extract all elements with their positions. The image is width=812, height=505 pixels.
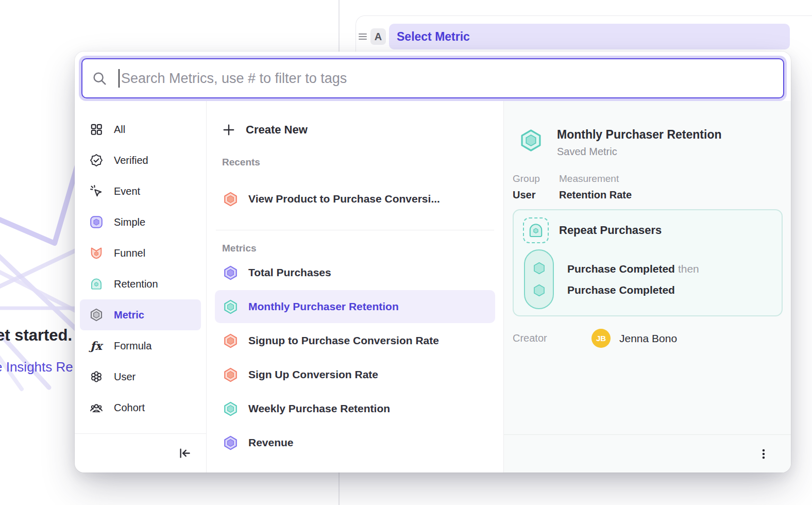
list-item-label: Sign Up Conversion Rate <box>248 368 378 381</box>
cohort-icon <box>89 401 103 415</box>
funnel-metric-icon <box>223 333 238 348</box>
event-hexagon-icon <box>532 283 546 297</box>
sidebar-item-label: Formula <box>114 340 151 352</box>
meta-value-group: User <box>513 189 559 201</box>
retention-metric-icon <box>223 299 238 314</box>
screen: et started. e Insights Re A Select Metri… <box>0 0 812 505</box>
metric-letter-badge[interactable]: A <box>370 28 386 45</box>
sidebar-footer <box>75 433 206 473</box>
detail-subtitle: Saved Metric <box>557 146 721 158</box>
event-hexagon-icon <box>532 261 546 275</box>
grid-icon <box>89 123 103 137</box>
create-new-button[interactable]: Create New <box>207 115 503 144</box>
search-focus-ring <box>79 56 787 101</box>
definition-card: Repeat Purchasers <box>513 209 783 316</box>
retention-metric-icon-large <box>519 129 543 152</box>
simple-metric-icon <box>223 265 238 280</box>
sidebar-item-funnel[interactable]: Funnel <box>80 238 201 268</box>
sidebar-item-label: User <box>114 371 136 383</box>
search-icon <box>92 71 107 86</box>
step-connector: then <box>678 263 699 275</box>
sidebar-item-label: Funnel <box>114 247 145 259</box>
funnel-metric-icon <box>223 192 238 207</box>
plus-icon <box>222 123 235 137</box>
simple-metric-icon <box>89 215 103 229</box>
event-sequence-capsule <box>524 249 554 309</box>
section-label-recents: Recents <box>222 157 488 170</box>
retention-definition-icon <box>523 217 549 243</box>
sidebar-item-cohort[interactable]: Cohort <box>80 392 201 423</box>
sidebar-item-event[interactable]: Event <box>80 176 201 207</box>
section-label-metrics: Metrics <box>222 243 488 256</box>
definition-step: Purchase Completedthen <box>567 263 699 275</box>
category-sidebar: All Verified <box>75 101 206 473</box>
search-input[interactable] <box>121 71 774 87</box>
formula-icon: ƒx <box>89 339 103 353</box>
list-item-label: Monthly Purchaser Retention <box>248 300 399 313</box>
creator-row: Creator JB Jenna Bono <box>513 329 791 348</box>
background-heading-fragment: et started. <box>0 326 72 345</box>
list-item-weekly-purchase-retention[interactable]: Weekly Purchase Retention <box>215 392 495 425</box>
sidebar-item-simple[interactable]: Simple <box>80 207 201 238</box>
user-cluster-icon <box>89 370 103 384</box>
metric-list-panel: Create New Recents View Product to Purch… <box>206 101 504 473</box>
select-metric-label: Select Metric <box>397 30 470 44</box>
list-item-label: Weekly Purchase Retention <box>248 402 390 415</box>
simple-metric-icon <box>223 435 238 450</box>
meta-label-measurement: Measurement <box>559 173 632 184</box>
select-metric-dropdown[interactable]: Select Metric <box>389 24 790 49</box>
list-item-revenue[interactable]: Revenue <box>215 426 495 459</box>
sidebar-item-label: Verified <box>114 155 148 166</box>
sidebar-item-label: Cohort <box>114 402 145 414</box>
retention-icon <box>89 277 103 291</box>
meta-label-group: Group <box>513 173 559 184</box>
sidebar-item-label: All <box>114 124 125 136</box>
sidebar-item-metric[interactable]: Metric <box>80 299 201 330</box>
creator-name: Jenna Bono <box>619 332 677 345</box>
funnel-icon <box>89 246 103 260</box>
sidebar-item-all[interactable]: All <box>80 114 201 145</box>
sidebar-item-label: Retention <box>114 278 158 290</box>
background-insights-link-fragment[interactable]: e Insights Re <box>0 359 73 375</box>
creator-avatar: JB <box>591 329 611 348</box>
sidebar-item-formula[interactable]: ƒx Formula <box>80 330 201 361</box>
definition-step: Purchase Completed <box>567 284 699 296</box>
drag-handle-icon[interactable] <box>357 31 368 42</box>
meta-value-measurement: Retention Rate <box>559 189 632 201</box>
list-item-label: Total Purchases <box>248 266 331 279</box>
sidebar-item-verified[interactable]: Verified <box>80 145 201 176</box>
text-cursor <box>119 69 120 88</box>
sidebar-item-label: Metric <box>114 309 144 321</box>
list-item-label: Revenue <box>248 436 294 449</box>
list-item-label: View Product to Purchase Conversi... <box>248 193 440 205</box>
detail-title: Monthly Purchaser Retention <box>557 128 721 142</box>
funnel-metric-icon <box>223 367 238 382</box>
detail-meta: Group User Measurement Retention Rate <box>513 173 791 201</box>
list-item-label: Signup to Purchase Conversion Rate <box>248 334 439 347</box>
list-item-total-purchases[interactable]: Total Purchases <box>215 256 495 289</box>
metric-picker-modal: All Verified <box>75 52 791 473</box>
collapse-sidebar-button[interactable] <box>178 446 192 460</box>
metric-detail-panel: Monthly Purchaser Retention Saved Metric… <box>504 101 791 473</box>
cursor-click-icon <box>89 184 103 198</box>
list-item-recent-funnel[interactable]: View Product to Purchase Conversi... <box>215 182 495 215</box>
list-divider <box>216 230 494 230</box>
list-item-sign-up-conversion-rate[interactable]: Sign Up Conversion Rate <box>215 358 495 391</box>
search-box[interactable] <box>81 58 784 98</box>
metric-hexagon-icon <box>89 308 103 322</box>
sidebar-item-label: Event <box>114 186 140 197</box>
list-item-monthly-purchaser-retention[interactable]: Monthly Purchaser Retention <box>215 290 495 323</box>
sidebar-item-user[interactable]: User <box>80 361 201 392</box>
creator-label: Creator <box>513 332 591 344</box>
verified-badge-icon <box>89 154 103 167</box>
detail-header: Monthly Purchaser Retention Saved Metric <box>519 128 775 158</box>
retention-metric-icon <box>223 401 238 416</box>
create-new-label: Create New <box>246 123 308 137</box>
kebab-menu-icon <box>757 447 770 461</box>
list-item-signup-to-purchase-conversion-rate[interactable]: Signup to Purchase Conversion Rate <box>215 324 495 357</box>
detail-footer <box>504 434 791 473</box>
more-options-button[interactable] <box>757 447 770 461</box>
definition-title: Repeat Purchasers <box>559 224 662 237</box>
sidebar-item-label: Simple <box>114 216 145 228</box>
sidebar-item-retention[interactable]: Retention <box>80 268 201 299</box>
